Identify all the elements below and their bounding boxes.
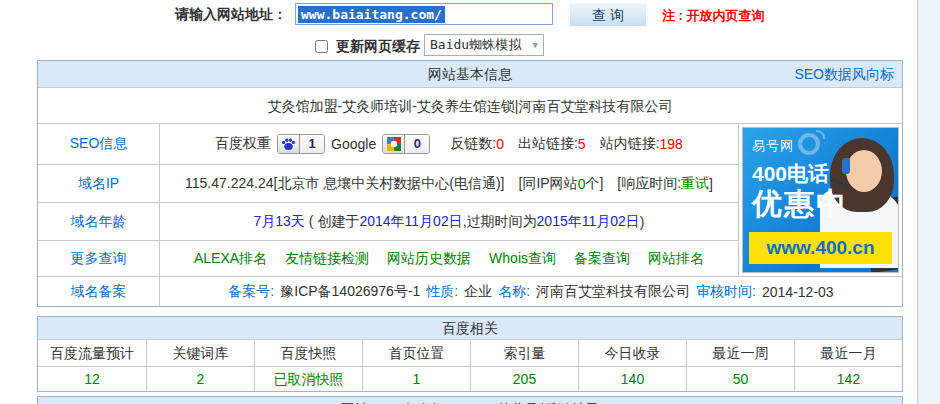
more-queries-label: 更多查询 bbox=[38, 241, 160, 276]
page-right-strip bbox=[917, 0, 940, 404]
site-rank-link[interactable]: 网站排名 bbox=[648, 250, 704, 268]
domain-age-row: 域名年龄 7月13天 ( 创建于2014年11月02日 ,过期时间为2015年1… bbox=[38, 202, 738, 240]
icp-record-label: 域名备案 bbox=[38, 277, 160, 306]
chevron-down-icon: ▼ bbox=[533, 40, 538, 50]
backlinks-label: 反链数: bbox=[450, 135, 496, 153]
col-last-week: 最近一周 bbox=[686, 340, 794, 366]
created-date: 2014年11月02日 bbox=[359, 213, 462, 231]
internal-links-value: 198 bbox=[660, 136, 683, 152]
expire-prefix: ,过期时间为 bbox=[463, 213, 537, 231]
col-baidu-snapshot: 百度快照 bbox=[254, 340, 362, 366]
update-cache-checkbox[interactable] bbox=[315, 40, 328, 53]
icp-audit-label: 审核时间: bbox=[696, 283, 756, 301]
google-label: Google bbox=[331, 136, 376, 152]
icp-number: 豫ICP备14026976号-1 bbox=[280, 283, 420, 301]
address-label: 请输入网站地址： bbox=[175, 6, 287, 24]
ad-cell: 易号网 400电话 优惠中 www.400.cn bbox=[738, 124, 902, 276]
val-homepage-position[interactable]: 1 bbox=[362, 367, 470, 391]
spider-select-value: Baidu蜘蛛模拟 bbox=[430, 36, 521, 54]
alexa-rank-link[interactable]: ALEXA排名 bbox=[194, 250, 267, 268]
same-ip-prefix: [同IP网站 bbox=[519, 175, 578, 193]
icp-lookup-link[interactable]: 备案查询 bbox=[574, 250, 630, 268]
icp-nature: 企业 bbox=[464, 283, 492, 301]
baidu-paw-icon bbox=[278, 135, 300, 153]
col-index-volume: 索引量 bbox=[470, 340, 578, 366]
outbound-links-label: 出站链接: bbox=[518, 135, 578, 153]
icp-name-label: 名称: bbox=[498, 283, 530, 301]
age-suffix: ) bbox=[640, 214, 645, 230]
col-keyword-count: 关键词库 bbox=[146, 340, 254, 366]
google-icon bbox=[383, 135, 405, 153]
next-section-header: 网站 www.baiaitang.com 的收录/反链结果 bbox=[38, 397, 902, 404]
google-pr-badge[interactable]: 0 bbox=[382, 134, 430, 154]
basic-info-panel: 网站基本信息 SEO数据风向标 艾灸馆加盟-艾灸师培训-艾灸养生馆连锁|河南百艾… bbox=[37, 60, 903, 307]
col-today-indexed: 今日收录 bbox=[578, 340, 686, 366]
baidu-weight-value: 1 bbox=[300, 135, 324, 153]
ad-banner[interactable]: 易号网 400电话 优惠中 www.400.cn bbox=[742, 127, 899, 273]
icp-audit-date: 2014-12-03 bbox=[762, 284, 834, 300]
val-index-volume[interactable]: 205 bbox=[470, 367, 578, 391]
baidu-stats-header: 百度相关 bbox=[38, 317, 902, 339]
domain-age-value: 7月13天 bbox=[254, 213, 305, 231]
basic-info-header: 网站基本信息 SEO数据风向标 bbox=[38, 61, 902, 87]
baidu-stats-title: 百度相关 bbox=[442, 320, 498, 336]
icp-record-row: 域名备案 备案号:豫ICP备14026976号-1 性质:企业 名称:河南百艾堂… bbox=[38, 276, 902, 306]
ad-url: www.400.cn bbox=[749, 232, 892, 264]
baidu-stats-panel: 百度相关 百度流量预计 关键词库 百度快照 首页位置 索引量 今日收录 最近一周… bbox=[37, 316, 903, 392]
val-last-week[interactable]: 50 bbox=[686, 367, 794, 391]
col-homepage-position: 首页位置 bbox=[362, 340, 470, 366]
retry-link[interactable]: 重试 bbox=[681, 175, 709, 193]
baidu-weight-label: 百度权重 bbox=[215, 135, 271, 153]
response-time-suffix: ] bbox=[709, 176, 713, 192]
domain-age-label: 域名年龄 bbox=[38, 203, 160, 240]
val-keyword-count[interactable]: 2 bbox=[146, 367, 254, 391]
icp-name: 河南百艾堂科技有限公司 bbox=[536, 283, 690, 301]
same-ip-suffix: 个] bbox=[585, 175, 603, 193]
created-prefix: ( 创建于 bbox=[309, 213, 360, 231]
spider-select[interactable]: Baidu蜘蛛模拟 ▼ bbox=[424, 34, 544, 56]
google-pr-value: 0 bbox=[405, 135, 429, 153]
site-title: 艾灸馆加盟-艾灸师培训-艾灸养生馆连锁|河南百艾堂科技有限公司 bbox=[38, 87, 902, 123]
domain-ip-row: 域名IP 115.47.224.24[北京市 息壤中关村数据中心(电信通)] [… bbox=[38, 164, 738, 202]
whois-link[interactable]: Whois查询 bbox=[489, 250, 556, 268]
col-traffic-estimate: 百度流量预计 bbox=[38, 340, 146, 366]
outbound-links-value: 5 bbox=[578, 136, 586, 152]
backlinks-value: 0 bbox=[496, 136, 504, 152]
ad-brand: 易号网 bbox=[752, 137, 794, 155]
col-last-month: 最近一月 bbox=[794, 340, 902, 366]
baidu-weight-badge[interactable]: 1 bbox=[277, 134, 325, 154]
url-input[interactable]: www.baiaitang.com/ bbox=[295, 3, 553, 25]
response-time-prefix: [响应时间: bbox=[617, 175, 681, 193]
val-traffic-estimate[interactable]: 12 bbox=[38, 367, 146, 391]
seo-trend-link[interactable]: SEO数据风向标 bbox=[794, 61, 894, 87]
val-baidu-snapshot[interactable]: 已取消快照 bbox=[254, 367, 362, 391]
url-input-value: www.baiaitang.com/ bbox=[298, 6, 445, 23]
basic-info-title: 网站基本信息 bbox=[428, 66, 512, 82]
note-text: 注 : 开放内页查询 bbox=[662, 7, 765, 25]
more-queries-row: 更多查询 ALEXA排名 友情链接检测 网站历史数据 Whois查询 备案查询 … bbox=[38, 240, 738, 276]
baidu-stats-columns: 百度流量预计 关键词库 百度快照 首页位置 索引量 今日收录 最近一周 最近一月 bbox=[38, 339, 902, 366]
val-last-month[interactable]: 142 bbox=[794, 367, 902, 391]
friend-links-check-link[interactable]: 友情链接检测 bbox=[285, 250, 369, 268]
update-cache-label: 更新网页缓存 bbox=[336, 38, 420, 56]
search-button[interactable]: 查 询 bbox=[570, 3, 646, 26]
icp-nature-label: 性质: bbox=[426, 283, 458, 301]
val-today-indexed[interactable]: 140 bbox=[578, 367, 686, 391]
ip-address-text: 115.47.224.24[北京市 息壤中关村数据中心(电信通)] bbox=[185, 175, 504, 193]
seo-info-row: SEO信息 百度权重 1 Google 0 bbox=[38, 124, 738, 164]
ad-line2: 优惠中 bbox=[752, 184, 848, 225]
seo-info-label: SEO信息 bbox=[38, 124, 160, 164]
expire-date: 2015年11月02日 bbox=[537, 213, 640, 231]
site-history-link[interactable]: 网站历史数据 bbox=[387, 250, 471, 268]
domain-ip-label: 域名IP bbox=[38, 165, 160, 202]
icp-number-label: 备案号: bbox=[228, 283, 274, 301]
next-section-panel: 网站 www.baiaitang.com 的收录/反链结果 bbox=[37, 396, 903, 404]
baidu-stats-values: 12 2 已取消快照 1 205 140 50 142 bbox=[38, 366, 902, 391]
internal-links-label: 站内链接: bbox=[600, 135, 660, 153]
